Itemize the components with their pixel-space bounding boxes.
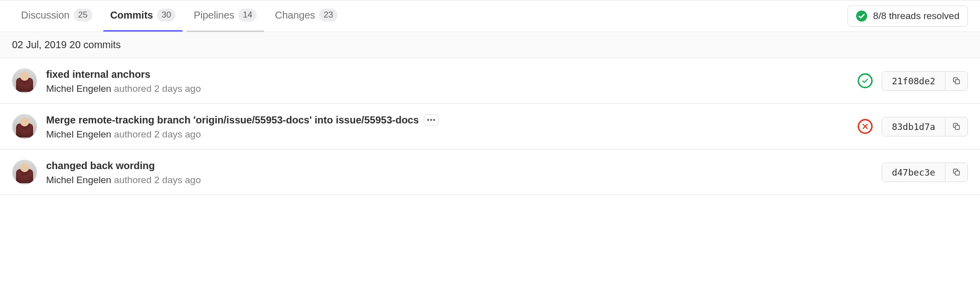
commit-meta: Michel Engelen authored 2 days ago (46, 175, 874, 186)
avatar[interactable] (12, 160, 37, 185)
threads-resolved-text: 8/8 threads resolved (873, 11, 959, 22)
tab-count-badge: 30 (157, 9, 176, 22)
commit-time: 2 days ago (154, 83, 201, 94)
tab-label: Pipelines (194, 10, 234, 21)
avatar[interactable] (12, 114, 37, 139)
authored-label: authored (114, 129, 151, 139)
copy-icon (952, 76, 961, 85)
tab-commits[interactable]: Commits 30 (101, 1, 185, 32)
authored-label: authored (114, 83, 151, 94)
tab-pipelines[interactable]: Pipelines 14 (185, 1, 266, 32)
threads-resolved-pill[interactable]: 8/8 threads resolved (848, 6, 968, 27)
commit-author[interactable]: Michel Engelen (46, 175, 111, 185)
tab-label: Discussion (21, 10, 70, 21)
tab-count-badge: 23 (319, 9, 338, 22)
commit-time: 2 days ago (154, 129, 201, 139)
commit-row: changed back wording Michel Engelen auth… (0, 150, 980, 195)
commit-sha-group: d47bec3e (882, 163, 968, 182)
commit-time: 2 days ago (154, 175, 201, 185)
copy-icon (952, 168, 961, 177)
tab-label: Changes (275, 10, 315, 21)
commit-row: fixed internal anchors Michel Engelen au… (0, 58, 980, 104)
commit-author[interactable]: Michel Engelen (46, 83, 111, 94)
commit-meta: Michel Engelen authored 2 days ago (46, 83, 850, 94)
pipeline-status-success-icon[interactable] (858, 73, 873, 88)
expand-commit-message-button[interactable]: ••• (424, 114, 439, 125)
svg-rect-4 (955, 125, 959, 129)
svg-rect-6 (955, 171, 959, 175)
commit-sha[interactable]: 21f08de2 (882, 72, 945, 90)
authored-label: authored (114, 175, 151, 185)
commit-sha-group: 83db1d7a (882, 117, 968, 136)
tab-label: Commits (110, 10, 153, 21)
mr-tabs-row: Discussion 25 Commits 30 Pipelines 14 Ch… (0, 1, 980, 32)
commit-title[interactable]: fixed internal anchors (46, 67, 150, 81)
tab-changes[interactable]: Changes 23 (266, 1, 347, 32)
pipeline-status-failed-icon[interactable] (858, 119, 873, 134)
svg-point-0 (856, 11, 867, 22)
commit-title[interactable]: Merge remote-tracking branch 'origin/iss… (46, 113, 419, 127)
tab-count-badge: 25 (74, 9, 92, 22)
commits-date-header: 02 Jul, 2019 20 commits (0, 32, 980, 58)
commit-sha[interactable]: d47bec3e (882, 163, 945, 182)
commit-title[interactable]: changed back wording (46, 159, 155, 173)
commit-row: Merge remote-tracking branch 'origin/iss… (0, 104, 980, 150)
commit-sha[interactable]: 83db1d7a (882, 117, 945, 136)
copy-sha-button[interactable] (945, 72, 967, 90)
commit-sha-group: 21f08de2 (882, 71, 968, 91)
avatar[interactable] (12, 68, 37, 93)
tab-discussion[interactable]: Discussion 25 (12, 1, 101, 32)
mr-tabs: Discussion 25 Commits 30 Pipelines 14 Ch… (12, 1, 347, 32)
svg-rect-2 (955, 80, 959, 84)
check-circle-icon (856, 11, 867, 22)
commit-meta: Michel Engelen authored 2 days ago (46, 129, 850, 140)
copy-sha-button[interactable] (945, 117, 967, 136)
copy-sha-button[interactable] (945, 163, 967, 182)
tab-count-badge: 14 (238, 9, 257, 22)
copy-icon (952, 122, 961, 131)
commit-author[interactable]: Michel Engelen (46, 129, 111, 139)
